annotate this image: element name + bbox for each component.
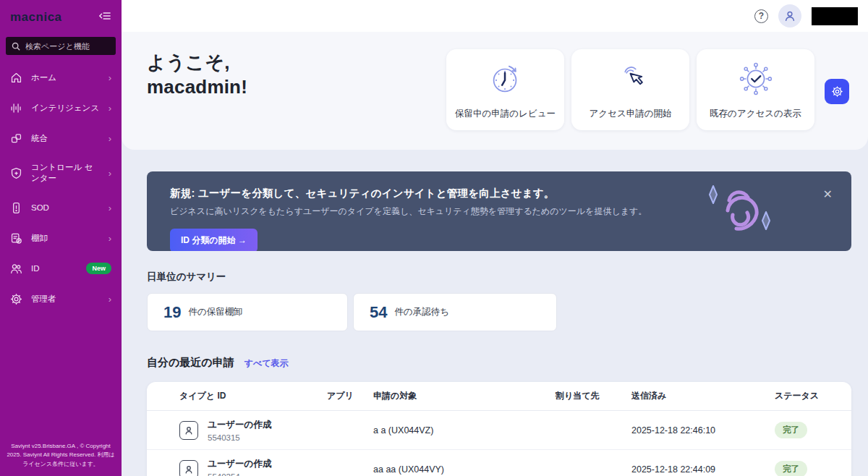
sidebar-item-intelligence[interactable]: インテリジェンス › xyxy=(0,93,122,123)
customize-settings-button[interactable] xyxy=(825,79,849,104)
chevron-right-icon: › xyxy=(109,294,111,305)
username-redacted xyxy=(812,7,858,25)
sidebar-item-integrations[interactable]: 統合 › xyxy=(0,123,122,153)
pending-certifications-label: 件の保留棚卸 xyxy=(188,306,242,318)
status-badge: 完了 xyxy=(775,422,807,438)
sidebar-item-admin[interactable]: 管理者 › xyxy=(0,284,122,314)
certification-icon xyxy=(10,232,22,245)
pending-certifications-card[interactable]: 19 件の保留棚卸 xyxy=(147,293,348,331)
view-all-link[interactable]: すべて表示 xyxy=(244,357,289,370)
chevron-right-icon: › xyxy=(109,233,111,244)
start-access-request-card[interactable]: アクセス申請の開始 xyxy=(571,49,689,130)
sidebar-search[interactable] xyxy=(6,37,116,55)
user-icon xyxy=(179,421,198,440)
id-classification-banner: 新規: ユーザーを分類して、セキュリティのインサイトと管理を向上させます。 ビジ… xyxy=(147,171,851,251)
check-network-icon xyxy=(736,49,775,108)
request-target: aa aa (UX044VY) xyxy=(373,464,556,475)
pending-approvals-card[interactable]: 54 件の承認待ち xyxy=(353,293,557,331)
recent-requests-table: タイプと ID アプリ 申請の対象 割り当て先 送信済み ステータス ユーザーの… xyxy=(147,382,851,476)
table-header-row: タイプと ID アプリ 申請の対象 割り当て先 送信済み ステータス xyxy=(147,382,851,411)
search-input[interactable] xyxy=(25,42,111,51)
topbar: ? xyxy=(122,0,868,32)
pending-certifications-count: 19 xyxy=(163,303,181,322)
request-type: ユーザーの作成 xyxy=(208,419,271,431)
review-pending-requests-card[interactable]: 保留中の申請のレビュー xyxy=(446,49,564,130)
recent-requests-heading: 自分の最近の申請 xyxy=(147,356,234,370)
sidebar-item-certification[interactable]: 棚卸 › xyxy=(0,223,122,253)
identity-icon xyxy=(10,263,22,275)
hero-card-label: 既存のアクセスの表示 xyxy=(710,108,801,120)
table-row[interactable]: ユーザーの作成 5540254 aa aa (UX044VY) 2025-12-… xyxy=(147,450,851,476)
tap-icon xyxy=(611,49,650,108)
request-id: 5540315 xyxy=(208,433,271,442)
pending-approvals-label: 件の承認待ち xyxy=(394,306,449,318)
new-badge: New xyxy=(86,263,111,274)
sidebar-nav: ホーム › インテリジェンス › 統合 › コントロ xyxy=(0,62,122,442)
sod-icon xyxy=(10,202,22,214)
search-icon xyxy=(12,42,20,51)
view-existing-access-card[interactable]: 既存のアクセスの表示 xyxy=(697,49,814,130)
collapse-sidebar-icon xyxy=(98,10,111,22)
lock-sparkle-illustration xyxy=(695,177,789,247)
home-icon xyxy=(10,72,22,84)
sidebar-item-home[interactable]: ホーム › xyxy=(0,62,122,93)
integrations-icon xyxy=(10,132,22,145)
start-id-classification-button[interactable]: ID 分類の開始 → xyxy=(170,229,258,251)
request-id: 5540254 xyxy=(208,472,271,476)
help-icon[interactable]: ? xyxy=(754,9,768,23)
hero-card-label: アクセス申請の開始 xyxy=(590,108,672,120)
table-row[interactable]: ユーザーの作成 5540315 a a (UX044VZ) 2025-12-18… xyxy=(147,411,851,450)
request-target: a a (UX044VZ) xyxy=(373,425,556,435)
status-badge: 完了 xyxy=(775,461,807,476)
chevron-right-icon: › xyxy=(109,133,111,144)
intelligence-icon xyxy=(10,102,22,114)
control-center-icon xyxy=(10,167,22,179)
sidebar-footer-copyright: Saviynt v25.Brisbane.GA , © Copyright 20… xyxy=(0,442,122,476)
welcome-section: ようこそ, macadmin! xyxy=(122,32,868,150)
user-icon xyxy=(783,9,796,22)
main-area: ? ようこそ, macadmin! xyxy=(122,0,868,476)
sidebar-item-sod[interactable]: SOD › xyxy=(0,192,122,223)
clock-icon xyxy=(486,49,525,108)
pending-approvals-count: 54 xyxy=(370,303,387,322)
request-submitted: 2025-12-18 22:46:10 xyxy=(631,425,775,435)
sidebar-collapse-button[interactable] xyxy=(97,9,113,25)
chevron-right-icon: › xyxy=(109,203,111,213)
sidebar-item-id[interactable]: ID New xyxy=(0,253,122,284)
gear-icon xyxy=(831,85,843,98)
sidebar: macnica ホーム › xyxy=(0,0,122,476)
macnica-logo: macnica xyxy=(10,10,62,25)
daily-summary-heading: 日単位のサマリー xyxy=(147,271,851,284)
chevron-right-icon: › xyxy=(109,168,111,179)
request-type: ユーザーの作成 xyxy=(208,458,271,470)
admin-gear-icon xyxy=(10,293,22,305)
request-submitted: 2025-12-18 22:44:09 xyxy=(631,464,775,475)
sidebar-item-control-center[interactable]: コントロール センター › xyxy=(0,153,122,192)
close-icon[interactable]: ✕ xyxy=(823,189,833,200)
chevron-right-icon: › xyxy=(109,103,111,114)
hero-card-label: 保留中の申請のレビュー xyxy=(455,108,556,120)
user-icon xyxy=(179,460,198,476)
chevron-right-icon: › xyxy=(109,72,111,83)
avatar[interactable] xyxy=(778,4,801,27)
